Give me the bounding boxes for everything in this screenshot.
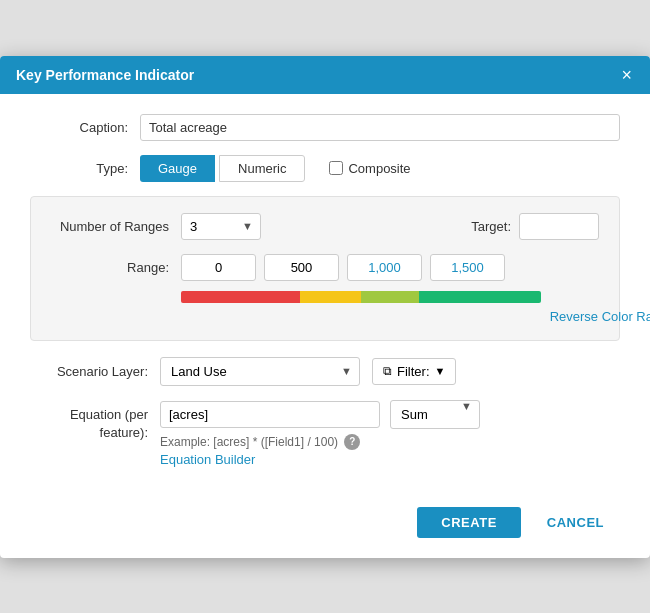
range-row: Range: [51,254,599,281]
range-inputs [181,254,505,281]
range-input-0[interactable] [181,254,256,281]
num-ranges-label: Number of Ranges [51,219,181,234]
color-ramp-container [181,291,599,303]
filter-arrow-icon: ▼ [435,365,446,377]
equation-right: Sum Average Count ▼ Example: [acres] * (… [160,400,620,467]
range-label: Range: [51,260,181,275]
caption-input[interactable] [140,114,620,141]
dialog-title: Key Performance Indicator [16,67,194,83]
composite-option[interactable]: Composite [329,161,410,176]
range-input-3[interactable] [430,254,505,281]
dialog-body: Caption: Type: Gauge Numeric Composite N… [0,94,650,491]
composite-label-text: Composite [348,161,410,176]
caption-row: Caption: [30,114,620,141]
numeric-button[interactable]: Numeric [219,155,305,182]
type-options: Gauge Numeric Composite [140,155,411,182]
equation-builder-link[interactable]: Equation Builder [160,452,620,467]
cancel-button[interactable]: CANCEL [531,507,620,538]
scenario-layer-label: Scenario Layer: [30,364,160,379]
kpi-dialog: Key Performance Indicator × Caption: Typ… [0,56,650,558]
create-button[interactable]: CREATE [417,507,520,538]
range-input-1[interactable] [264,254,339,281]
type-row: Type: Gauge Numeric Composite [30,155,620,182]
filter-stack-icon: ⧉ [383,364,392,378]
caption-label: Caption: [30,120,140,135]
scenario-layer-row: Scenario Layer: Land Use ▼ ⧉ Filter: ▼ [30,357,620,386]
help-icon[interactable]: ? [344,434,360,450]
ranges-section: Number of Ranges 3 2 4 5 ▼ Target: [30,196,620,341]
dialog-footer: CREATE CANCEL [0,491,650,558]
layer-select-wrapper: Land Use ▼ [160,357,360,386]
example-text: Example: [acres] * ([Field1] / 100) ? [160,434,620,450]
num-ranges-select-wrapper: 3 2 4 5 ▼ [181,213,261,240]
color-ramp [181,291,541,303]
example-label: Example: [acres] * ([Field1] / 100) [160,434,338,448]
sum-select-wrapper: Sum Average Count ▼ [390,400,480,429]
target-label: Target: [471,219,511,234]
equation-label: Equation (per feature): [30,400,160,442]
sum-select[interactable]: Sum Average Count [390,400,480,429]
filter-label: Filter: [397,364,430,379]
equation-top: Sum Average Count ▼ [160,400,620,429]
target-input[interactable] [519,213,599,240]
target-group: Target: [471,213,599,240]
composite-checkbox[interactable] [329,161,343,175]
num-ranges-select[interactable]: 3 2 4 5 [181,213,261,240]
range-input-2[interactable] [347,254,422,281]
scenario-layer-select[interactable]: Land Use [160,357,360,386]
reverse-color-ramp-link[interactable]: Reverse Color Ramp [181,309,650,324]
equation-input[interactable] [160,401,380,428]
type-label: Type: [30,161,140,176]
close-button[interactable]: × [619,66,634,84]
dialog-header: Key Performance Indicator × [0,56,650,94]
equation-row: Equation (per feature): Sum Average Coun… [30,400,620,467]
num-ranges-row: Number of Ranges 3 2 4 5 ▼ Target: [51,213,599,240]
filter-button[interactable]: ⧉ Filter: ▼ [372,358,456,385]
gauge-button[interactable]: Gauge [140,155,215,182]
